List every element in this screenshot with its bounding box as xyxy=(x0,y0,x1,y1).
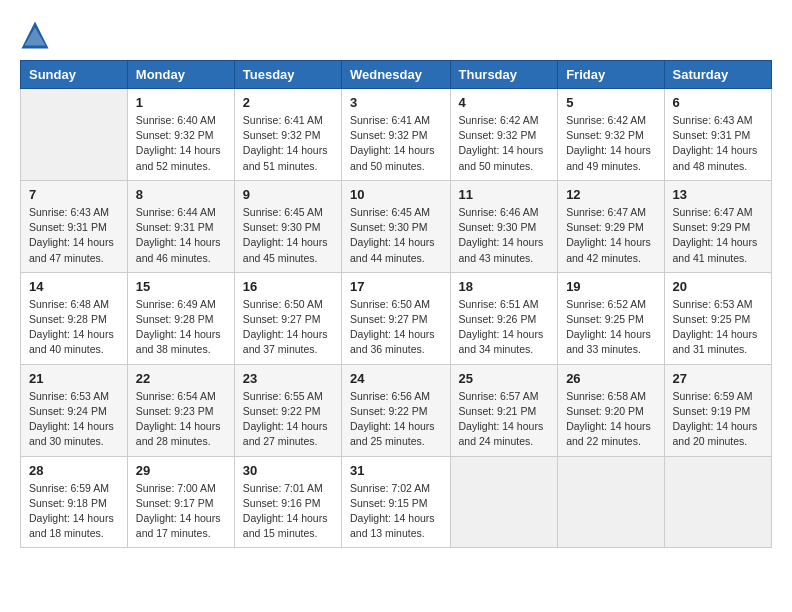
calendar-cell: 5Sunrise: 6:42 AMSunset: 9:32 PMDaylight… xyxy=(558,89,664,181)
calendar-cell: 13Sunrise: 6:47 AMSunset: 9:29 PMDayligh… xyxy=(664,180,771,272)
calendar-cell: 16Sunrise: 6:50 AMSunset: 9:27 PMDayligh… xyxy=(234,272,341,364)
calendar-cell: 8Sunrise: 6:44 AMSunset: 9:31 PMDaylight… xyxy=(127,180,234,272)
day-number: 23 xyxy=(243,371,333,386)
calendar-cell: 1Sunrise: 6:40 AMSunset: 9:32 PMDaylight… xyxy=(127,89,234,181)
day-number: 30 xyxy=(243,463,333,478)
calendar-cell: 14Sunrise: 6:48 AMSunset: 9:28 PMDayligh… xyxy=(21,272,128,364)
calendar-cell xyxy=(558,456,664,548)
logo-icon xyxy=(20,20,50,50)
header-tuesday: Tuesday xyxy=(234,61,341,89)
day-number: 16 xyxy=(243,279,333,294)
week-row-4: 21Sunrise: 6:53 AMSunset: 9:24 PMDayligh… xyxy=(21,364,772,456)
day-info: Sunrise: 6:47 AMSunset: 9:29 PMDaylight:… xyxy=(673,205,763,266)
day-number: 9 xyxy=(243,187,333,202)
day-number: 19 xyxy=(566,279,655,294)
calendar-cell: 22Sunrise: 6:54 AMSunset: 9:23 PMDayligh… xyxy=(127,364,234,456)
day-info: Sunrise: 6:43 AMSunset: 9:31 PMDaylight:… xyxy=(29,205,119,266)
day-number: 13 xyxy=(673,187,763,202)
calendar-cell: 10Sunrise: 6:45 AMSunset: 9:30 PMDayligh… xyxy=(341,180,450,272)
day-number: 20 xyxy=(673,279,763,294)
day-info: Sunrise: 7:01 AMSunset: 9:16 PMDaylight:… xyxy=(243,481,333,542)
day-info: Sunrise: 6:53 AMSunset: 9:25 PMDaylight:… xyxy=(673,297,763,358)
day-info: Sunrise: 6:42 AMSunset: 9:32 PMDaylight:… xyxy=(566,113,655,174)
header-row: SundayMondayTuesdayWednesdayThursdayFrid… xyxy=(21,61,772,89)
calendar-cell: 30Sunrise: 7:01 AMSunset: 9:16 PMDayligh… xyxy=(234,456,341,548)
day-number: 26 xyxy=(566,371,655,386)
day-info: Sunrise: 6:40 AMSunset: 9:32 PMDaylight:… xyxy=(136,113,226,174)
day-number: 4 xyxy=(459,95,550,110)
day-info: Sunrise: 6:41 AMSunset: 9:32 PMDaylight:… xyxy=(243,113,333,174)
day-info: Sunrise: 6:58 AMSunset: 9:20 PMDaylight:… xyxy=(566,389,655,450)
week-row-1: 1Sunrise: 6:40 AMSunset: 9:32 PMDaylight… xyxy=(21,89,772,181)
day-info: Sunrise: 6:47 AMSunset: 9:29 PMDaylight:… xyxy=(566,205,655,266)
calendar-cell: 7Sunrise: 6:43 AMSunset: 9:31 PMDaylight… xyxy=(21,180,128,272)
day-number: 11 xyxy=(459,187,550,202)
day-number: 2 xyxy=(243,95,333,110)
day-info: Sunrise: 6:59 AMSunset: 9:18 PMDaylight:… xyxy=(29,481,119,542)
day-info: Sunrise: 6:53 AMSunset: 9:24 PMDaylight:… xyxy=(29,389,119,450)
calendar-cell: 18Sunrise: 6:51 AMSunset: 9:26 PMDayligh… xyxy=(450,272,558,364)
calendar-cell: 24Sunrise: 6:56 AMSunset: 9:22 PMDayligh… xyxy=(341,364,450,456)
day-info: Sunrise: 6:59 AMSunset: 9:19 PMDaylight:… xyxy=(673,389,763,450)
header-friday: Friday xyxy=(558,61,664,89)
calendar-table: SundayMondayTuesdayWednesdayThursdayFrid… xyxy=(20,60,772,548)
day-info: Sunrise: 6:50 AMSunset: 9:27 PMDaylight:… xyxy=(243,297,333,358)
day-info: Sunrise: 7:02 AMSunset: 9:15 PMDaylight:… xyxy=(350,481,442,542)
calendar-cell: 28Sunrise: 6:59 AMSunset: 9:18 PMDayligh… xyxy=(21,456,128,548)
day-number: 25 xyxy=(459,371,550,386)
calendar-cell: 9Sunrise: 6:45 AMSunset: 9:30 PMDaylight… xyxy=(234,180,341,272)
day-info: Sunrise: 6:42 AMSunset: 9:32 PMDaylight:… xyxy=(459,113,550,174)
week-row-5: 28Sunrise: 6:59 AMSunset: 9:18 PMDayligh… xyxy=(21,456,772,548)
day-number: 15 xyxy=(136,279,226,294)
day-number: 27 xyxy=(673,371,763,386)
logo xyxy=(20,20,54,50)
header-thursday: Thursday xyxy=(450,61,558,89)
calendar-cell: 20Sunrise: 6:53 AMSunset: 9:25 PMDayligh… xyxy=(664,272,771,364)
calendar-cell: 15Sunrise: 6:49 AMSunset: 9:28 PMDayligh… xyxy=(127,272,234,364)
day-info: Sunrise: 6:45 AMSunset: 9:30 PMDaylight:… xyxy=(243,205,333,266)
day-number: 3 xyxy=(350,95,442,110)
week-row-2: 7Sunrise: 6:43 AMSunset: 9:31 PMDaylight… xyxy=(21,180,772,272)
day-info: Sunrise: 6:57 AMSunset: 9:21 PMDaylight:… xyxy=(459,389,550,450)
header-saturday: Saturday xyxy=(664,61,771,89)
day-number: 12 xyxy=(566,187,655,202)
day-info: Sunrise: 6:54 AMSunset: 9:23 PMDaylight:… xyxy=(136,389,226,450)
calendar-cell: 19Sunrise: 6:52 AMSunset: 9:25 PMDayligh… xyxy=(558,272,664,364)
calendar-cell: 31Sunrise: 7:02 AMSunset: 9:15 PMDayligh… xyxy=(341,456,450,548)
day-info: Sunrise: 6:46 AMSunset: 9:30 PMDaylight:… xyxy=(459,205,550,266)
calendar-cell: 11Sunrise: 6:46 AMSunset: 9:30 PMDayligh… xyxy=(450,180,558,272)
day-number: 28 xyxy=(29,463,119,478)
calendar-cell: 25Sunrise: 6:57 AMSunset: 9:21 PMDayligh… xyxy=(450,364,558,456)
day-number: 1 xyxy=(136,95,226,110)
day-info: Sunrise: 6:48 AMSunset: 9:28 PMDaylight:… xyxy=(29,297,119,358)
header-wednesday: Wednesday xyxy=(341,61,450,89)
day-info: Sunrise: 6:44 AMSunset: 9:31 PMDaylight:… xyxy=(136,205,226,266)
calendar-cell: 17Sunrise: 6:50 AMSunset: 9:27 PMDayligh… xyxy=(341,272,450,364)
day-number: 5 xyxy=(566,95,655,110)
calendar-cell: 23Sunrise: 6:55 AMSunset: 9:22 PMDayligh… xyxy=(234,364,341,456)
calendar-cell xyxy=(450,456,558,548)
calendar-cell: 29Sunrise: 7:00 AMSunset: 9:17 PMDayligh… xyxy=(127,456,234,548)
calendar-cell: 4Sunrise: 6:42 AMSunset: 9:32 PMDaylight… xyxy=(450,89,558,181)
day-info: Sunrise: 7:00 AMSunset: 9:17 PMDaylight:… xyxy=(136,481,226,542)
day-number: 18 xyxy=(459,279,550,294)
calendar-cell: 2Sunrise: 6:41 AMSunset: 9:32 PMDaylight… xyxy=(234,89,341,181)
day-number: 8 xyxy=(136,187,226,202)
day-number: 22 xyxy=(136,371,226,386)
day-info: Sunrise: 6:43 AMSunset: 9:31 PMDaylight:… xyxy=(673,113,763,174)
calendar-cell: 3Sunrise: 6:41 AMSunset: 9:32 PMDaylight… xyxy=(341,89,450,181)
day-info: Sunrise: 6:56 AMSunset: 9:22 PMDaylight:… xyxy=(350,389,442,450)
day-info: Sunrise: 6:51 AMSunset: 9:26 PMDaylight:… xyxy=(459,297,550,358)
day-info: Sunrise: 6:49 AMSunset: 9:28 PMDaylight:… xyxy=(136,297,226,358)
day-info: Sunrise: 6:52 AMSunset: 9:25 PMDaylight:… xyxy=(566,297,655,358)
day-number: 10 xyxy=(350,187,442,202)
calendar-cell: 6Sunrise: 6:43 AMSunset: 9:31 PMDaylight… xyxy=(664,89,771,181)
day-info: Sunrise: 6:55 AMSunset: 9:22 PMDaylight:… xyxy=(243,389,333,450)
calendar-cell: 26Sunrise: 6:58 AMSunset: 9:20 PMDayligh… xyxy=(558,364,664,456)
day-number: 21 xyxy=(29,371,119,386)
day-info: Sunrise: 6:41 AMSunset: 9:32 PMDaylight:… xyxy=(350,113,442,174)
day-number: 24 xyxy=(350,371,442,386)
calendar-cell: 27Sunrise: 6:59 AMSunset: 9:19 PMDayligh… xyxy=(664,364,771,456)
header-monday: Monday xyxy=(127,61,234,89)
day-info: Sunrise: 6:45 AMSunset: 9:30 PMDaylight:… xyxy=(350,205,442,266)
